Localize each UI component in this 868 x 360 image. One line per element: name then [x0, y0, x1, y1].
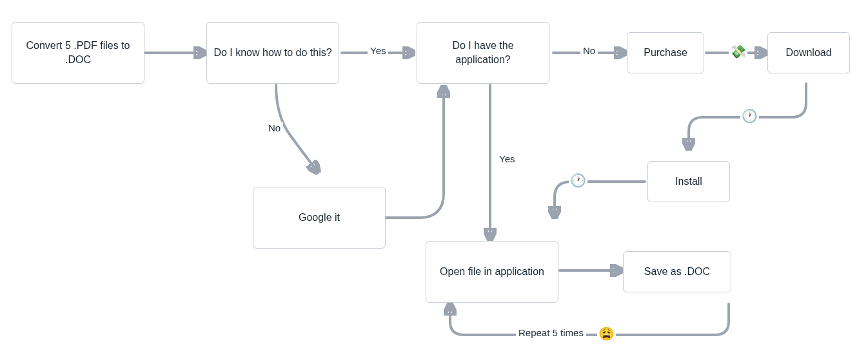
clock-icon: 🕐 — [569, 173, 587, 188]
edge-label-repeat: Repeat 5 times — [516, 327, 586, 338]
node-label: Google it — [299, 211, 340, 225]
node-label: Convert 5 .PDF files to .DOC — [19, 39, 137, 66]
edge-label-yes: Yes — [368, 45, 388, 56]
node-label: Purchase — [644, 46, 687, 60]
node-label: Save as .DOC — [644, 265, 710, 279]
node-purchase: Purchase — [627, 32, 704, 73]
tired-face-icon: 😩 — [597, 326, 616, 341]
clock-icon: 🕐 — [740, 108, 759, 124]
edge-label-no: No — [580, 45, 598, 56]
node-convert: Convert 5 .PDF files to .DOC — [12, 22, 144, 84]
node-label: Download — [785, 46, 831, 60]
money-icon: 💸 — [729, 44, 747, 59]
node-open-file: Open file in application — [426, 241, 558, 303]
edge-label-yes: Yes — [497, 153, 517, 164]
node-google-it: Google it — [253, 187, 386, 249]
node-have-application: Do I have the application? — [417, 22, 549, 84]
node-download: Download — [767, 32, 850, 73]
flowchart-canvas: Convert 5 .PDF files to .DOC Do I know h… — [0, 0, 868, 360]
node-label: Install — [675, 175, 702, 189]
edge-label-no: No — [266, 122, 283, 133]
node-label: Open file in application — [440, 265, 544, 279]
node-label: Do I have the application? — [424, 39, 542, 66]
node-save-doc: Save as .DOC — [623, 251, 731, 292]
node-install: Install — [647, 161, 730, 202]
node-know-how: Do I know how to do this? — [206, 22, 339, 84]
node-label: Do I know how to do this? — [213, 46, 331, 60]
